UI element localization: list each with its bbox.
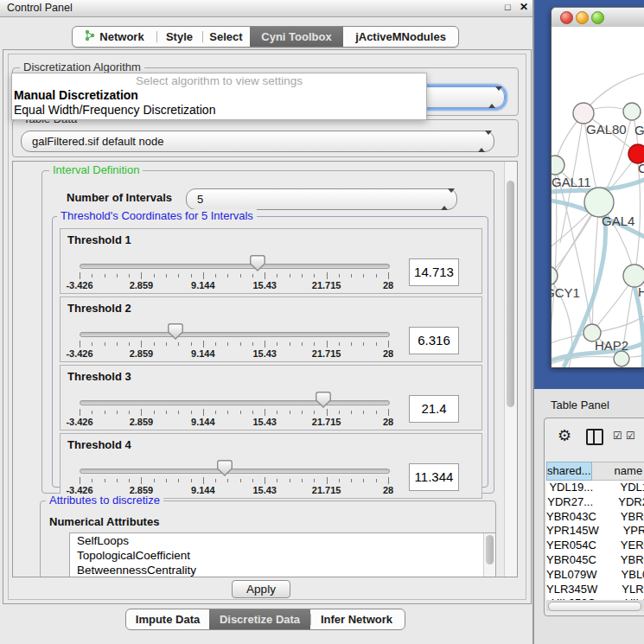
table-row[interactable]: YLR345WYLR3 bbox=[546, 583, 644, 597]
threshold-value[interactable]: 14.713 bbox=[409, 258, 459, 286]
table-cell[interactable]: YBR043C bbox=[546, 510, 596, 525]
table-cell[interactable]: YER054C bbox=[546, 539, 596, 553]
table-row[interactable]: YBL079WYBL0 bbox=[546, 568, 644, 583]
table-cell[interactable]: YER0 bbox=[596, 539, 644, 553]
slider-thumb[interactable] bbox=[250, 255, 265, 271]
apply-button[interactable]: Apply bbox=[232, 580, 290, 598]
tick-mark bbox=[203, 341, 204, 348]
table-data-combobox[interactable]: galFiltered.sif default node bbox=[21, 131, 494, 152]
num-intervals-combobox[interactable]: 5 bbox=[186, 188, 457, 210]
list-scrollbar-thumb[interactable] bbox=[486, 535, 494, 564]
table-cell[interactable]: YBR045C bbox=[546, 553, 596, 568]
slider-track[interactable] bbox=[80, 264, 390, 269]
table-cell[interactable]: YBL079W bbox=[546, 568, 597, 583]
table-cell[interactable]: YDR27... bbox=[546, 495, 594, 510]
slider-track[interactable] bbox=[80, 469, 390, 474]
network-node[interactable] bbox=[623, 103, 641, 120]
numerical-attributes-listbox: SelfLoopsTopologicalCoefficientBetweenne… bbox=[69, 532, 496, 577]
columns-icon[interactable] bbox=[586, 429, 603, 445]
network-node[interactable] bbox=[552, 266, 558, 285]
scale-label: 15.43 bbox=[252, 348, 277, 359]
network-node[interactable] bbox=[584, 188, 614, 217]
scale-label: 2.859 bbox=[130, 348, 154, 359]
slider-thumb[interactable] bbox=[168, 323, 183, 340]
combo-arrows-icon bbox=[478, 135, 486, 148]
minimize-traffic-light[interactable] bbox=[576, 11, 589, 24]
table-row[interactable]: YER054CYER0 bbox=[546, 539, 644, 553]
table-row[interactable]: YBR045CYBR0 bbox=[546, 553, 644, 568]
table-cell[interactable]: YBR0 bbox=[596, 510, 644, 525]
gear-icon[interactable]: ⚙ bbox=[558, 426, 571, 444]
table-cell[interactable]: YDL19... bbox=[546, 481, 596, 495]
tab-discretize-data[interactable]: Discretize Data bbox=[209, 609, 310, 629]
table-row[interactable]: YDL19...YDL1 bbox=[546, 481, 644, 495]
tab-network[interactable]: Network bbox=[73, 27, 156, 47]
tick-mark bbox=[277, 342, 277, 346]
tick-mark bbox=[80, 409, 80, 416]
table-horizontal-scrollbar[interactable] bbox=[546, 600, 644, 611]
network-node[interactable] bbox=[614, 351, 629, 367]
network-node[interactable] bbox=[573, 103, 594, 124]
table-cell[interactable]: YPR1 bbox=[599, 524, 644, 539]
tab-impute-data[interactable]: Impute Data bbox=[126, 609, 209, 629]
checkbox-icon[interactable]: ☑ bbox=[626, 430, 635, 442]
tab-jactivemnodules[interactable]: jActiveMNodules bbox=[343, 27, 458, 47]
scale-label: 2.859 bbox=[130, 280, 154, 290]
network-window: GAL80GALCGAL11GAL4GCY1HHAP2 bbox=[551, 7, 644, 368]
settings-scrollbar-thumb[interactable] bbox=[507, 181, 514, 407]
slider-track[interactable] bbox=[80, 400, 390, 405]
attributes-group-title: Attributes to discretize bbox=[46, 494, 163, 507]
tick-mark bbox=[117, 411, 118, 414]
slider-scale-labels: -3.4262.8599.14415.4321.71528 bbox=[80, 417, 388, 427]
checkbox-icon[interactable]: ☑ bbox=[613, 430, 622, 442]
tick-mark bbox=[302, 274, 303, 277]
float-window-icon[interactable]: □ bbox=[505, 2, 511, 12]
table-cell[interactable]: YBL0 bbox=[597, 568, 644, 583]
settings-scrollbar[interactable] bbox=[504, 162, 517, 577]
tick-mark bbox=[215, 411, 216, 414]
interval-definition-title: Interval Definition bbox=[49, 163, 143, 176]
dropdown-option-manual[interactable]: Manual Discretization bbox=[12, 88, 426, 103]
list-item[interactable]: BetweennessCentrality bbox=[70, 563, 495, 577]
tick-mark bbox=[105, 342, 105, 346]
tick-mark bbox=[141, 341, 142, 348]
thresholds-group-title: Threshold's Coordinates for 5 Intervals bbox=[57, 209, 257, 222]
table-cell[interactable]: YDL1 bbox=[596, 481, 644, 495]
tick-mark bbox=[290, 411, 290, 414]
threshold-value[interactable]: 11.344 bbox=[409, 463, 459, 491]
slider-track[interactable] bbox=[80, 332, 390, 337]
table-cell[interactable]: YLR3 bbox=[597, 583, 644, 597]
tab-infer-network[interactable]: Infer Network bbox=[310, 609, 403, 629]
list-item[interactable]: TopologicalCoefficient bbox=[70, 548, 495, 563]
tab-cyni-toolbox[interactable]: Cyni Toolbox bbox=[250, 27, 343, 47]
tick-mark bbox=[252, 274, 253, 277]
column-header-name[interactable]: name bbox=[592, 462, 644, 481]
threshold-value[interactable]: 21.4 bbox=[409, 395, 459, 423]
table-hscrollbar-thumb[interactable] bbox=[548, 602, 641, 611]
list-scrollbar[interactable] bbox=[483, 533, 495, 577]
table-cell[interactable]: YBR0 bbox=[596, 553, 644, 568]
threshold-value[interactable]: 6.316 bbox=[409, 327, 459, 354]
slider-thumb[interactable] bbox=[316, 392, 331, 408]
table-row[interactable]: YDR27...YDR2 bbox=[546, 495, 644, 510]
tick-mark bbox=[129, 411, 130, 414]
tab-select[interactable]: Select bbox=[202, 27, 250, 47]
tab-style[interactable]: Style bbox=[156, 27, 202, 47]
column-header-shared-name[interactable]: shared... bbox=[546, 462, 592, 481]
slider-thumb[interactable] bbox=[217, 460, 233, 476]
table-row[interactable]: YBR043CYBR0 bbox=[546, 510, 644, 525]
tick-mark bbox=[314, 479, 315, 482]
table-row[interactable]: YPR145WYPR1 bbox=[546, 524, 644, 539]
zoom-traffic-light[interactable] bbox=[591, 11, 604, 24]
tick-mark bbox=[351, 411, 352, 414]
dropdown-option-equal-width[interactable]: Equal Width/Frequency Discretization bbox=[12, 103, 426, 118]
scale-label: 15.43 bbox=[252, 280, 277, 290]
network-canvas[interactable]: GAL80GALCGAL11GAL4GCY1HHAP2 bbox=[552, 27, 644, 367]
network-node[interactable] bbox=[552, 156, 564, 175]
table-cell[interactable]: YDR2 bbox=[594, 495, 644, 510]
list-item[interactable]: SelfLoops bbox=[70, 533, 495, 548]
close-traffic-light[interactable] bbox=[560, 11, 573, 24]
table-cell[interactable]: YLR345W bbox=[546, 583, 597, 597]
close-icon[interactable]: ✕ bbox=[520, 1, 528, 13]
table-cell[interactable]: YPR145W bbox=[546, 524, 599, 539]
